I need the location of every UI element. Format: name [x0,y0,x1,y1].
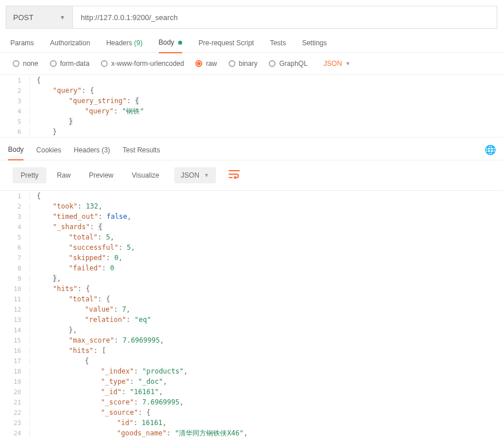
resp-tab-cookies[interactable]: Cookies [36,146,61,160]
radio-binary[interactable]: binary [229,60,258,68]
code-line: 5} [0,116,503,127]
code-line: 1{ [0,75,503,85]
line-number: 15 [0,337,30,344]
view-visualize-button[interactable]: Visualize [124,167,167,183]
code-content: { [30,76,41,84]
line-number: 20 [0,388,30,396]
code-content: "query_string": { [30,97,139,105]
resp-tab-body[interactable]: Body [8,146,23,160]
line-number: 7 [0,254,30,262]
code-content: "total": 5, [30,233,115,241]
tab-tests[interactable]: Tests [270,39,286,53]
line-number: 6 [0,128,30,136]
wrap-lines-icon[interactable] [229,170,240,182]
code-content: "skipped": 0, [30,254,123,262]
response-body-viewer[interactable]: 1{2"took": 132,3"timed_out": false,4"_sh… [0,190,503,438]
line-number: 5 [0,234,30,241]
radio-icon [269,60,276,67]
code-line: 2"took": 132, [0,201,503,211]
tab-prerequest[interactable]: Pre-request Script [198,39,254,53]
code-content: { [30,192,41,200]
tab-headers[interactable]: Headers (9) [106,39,142,53]
tab-body[interactable]: Body [159,38,183,53]
code-line: 10"hits": { [0,284,503,294]
code-content: } [30,128,57,136]
code-content: "took": 132, [30,202,103,210]
code-line: 1{ [0,191,503,201]
response-tabs: Body Cookies Headers (3) Test Results 🌐 [0,137,503,160]
code-content: "hits": { [30,285,90,293]
code-content: }, [30,274,61,282]
radio-icon [13,60,19,67]
radio-icon [195,60,202,67]
line-number: 10 [0,285,30,293]
code-line: 19"_type": "_doc", [0,376,503,387]
radio-icon [229,60,235,67]
code-content: "goods_name": "清华同方钢铁侠X46", [30,429,248,438]
code-content: "relation": "eq" [30,316,151,324]
code-content: "query": { [30,87,94,95]
raw-format-dropdown[interactable]: JSON ▼ [324,60,351,68]
line-number: 24 [0,430,30,437]
view-raw-button[interactable]: Raw [49,167,78,183]
code-line: 7"skipped": 0, [0,253,503,263]
code-line: 3"timed_out": false, [0,211,503,222]
response-format-dropdown[interactable]: JSON ▼ [174,167,216,183]
http-method-dropdown[interactable]: POST ▼ [6,6,73,29]
resp-headers-count: (3) [101,146,110,154]
line-number: 3 [0,97,30,105]
radio-graphql[interactable]: GraphQL [269,60,307,68]
line-number: 11 [0,296,30,303]
line-number: 3 [0,213,30,221]
code-line: 6"successful": 5, [0,242,503,253]
code-line: 24"goods_name": "清华同方钢铁侠X46", [0,428,503,438]
resp-tab-testresults[interactable]: Test Results [123,146,160,160]
line-number: 2 [0,203,30,210]
line-number: 2 [0,87,30,95]
code-content: "_type": "_doc", [30,378,167,386]
code-content: "hits": [ [30,347,106,355]
code-line: 3"query_string": { [0,96,503,106]
line-number: 16 [0,347,30,355]
code-line: 6} [0,127,503,137]
radio-none[interactable]: none [13,60,38,68]
code-content: "timed_out": false, [30,213,131,221]
line-number: 1 [0,77,30,84]
code-content: { [30,357,89,365]
code-line: 5"total": 5, [0,232,503,242]
radio-raw[interactable]: raw [195,60,217,68]
code-line: 2"query": { [0,85,503,96]
code-line: 12"value": 7, [0,304,503,315]
code-content: "successful": 5, [30,243,135,251]
code-content: "id": 16161, [30,419,167,427]
radio-form-data[interactable]: form-data [50,60,89,68]
code-content: }, [30,326,77,334]
radio-icon [50,60,57,67]
code-content: "query": "钢铁" [30,107,144,116]
code-line: 4"_shards": { [0,222,503,232]
code-content: "_source": { [30,408,151,416]
code-line: 22"_source": { [0,407,503,418]
chevron-down-icon: ▼ [204,172,209,178]
line-number: 5 [0,118,30,125]
radio-urlencoded[interactable]: x-www-form-urlencoded [101,60,184,68]
url-input[interactable]: http://127.0.0.1:9200/_search [73,6,497,29]
line-number: 21 [0,399,30,406]
resp-tab-headers[interactable]: Headers (3) [74,146,110,160]
request-tabs: Params Authorization Headers (9) Body Pr… [0,29,503,53]
line-number: 4 [0,223,30,231]
tab-authorization[interactable]: Authorization [50,39,90,53]
view-pretty-button[interactable]: Pretty [13,167,46,183]
code-line: 15"max_score": 7.6969995, [0,335,503,345]
code-line: 8"failed": 0 [0,263,503,273]
view-preview-button[interactable]: Preview [81,167,121,183]
code-line: 18"_index": "products", [0,366,503,376]
code-line: 20"_id": "16161", [0,387,503,397]
radio-icon [101,60,108,67]
network-icon[interactable]: 🌐 [485,144,496,155]
tab-settings[interactable]: Settings [302,39,327,53]
line-number: 13 [0,316,30,324]
request-body-editor[interactable]: 1{2"query": {3"query_string": {4"query":… [0,74,503,137]
code-content: } [30,117,73,125]
tab-params[interactable]: Params [10,39,34,53]
